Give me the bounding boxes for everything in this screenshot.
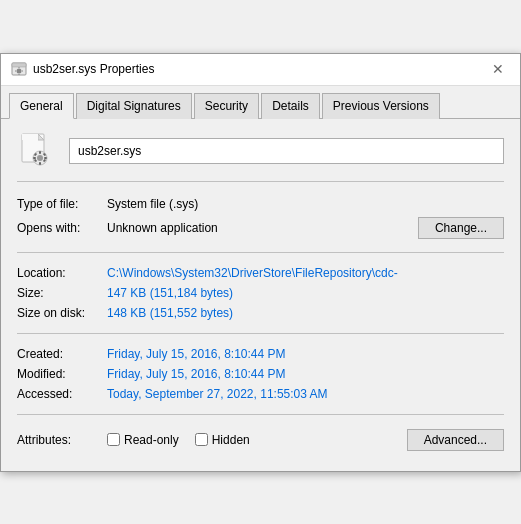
advanced-button[interactable]: Advanced... (407, 429, 504, 451)
tab-digital-signatures[interactable]: Digital Signatures (76, 93, 192, 119)
created-label: Created: (17, 347, 107, 361)
size-value: 147 KB (151,184 bytes) (107, 286, 504, 300)
tab-bar: General Digital Signatures Security Deta… (1, 86, 520, 119)
size-disk-label: Size on disk: (17, 306, 107, 320)
filename-input[interactable] (69, 138, 504, 164)
svg-rect-1 (12, 63, 26, 67)
tab-previous-versions[interactable]: Previous Versions (322, 93, 440, 119)
type-label: Type of file: (17, 197, 107, 211)
size-disk-value: 148 KB (151,552 bytes) (107, 306, 504, 320)
title-bar: usb2ser.sys Properties ✕ (1, 54, 520, 86)
dates-section: Created: Friday, July 15, 2016, 8:10:44 … (17, 344, 504, 415)
window-icon (11, 61, 27, 77)
size-label: Size: (17, 286, 107, 300)
opens-row: Opens with: Unknown application Change..… (17, 214, 504, 242)
close-button[interactable]: ✕ (486, 57, 510, 81)
readonly-checkbox-item[interactable]: Read-only (107, 433, 179, 447)
checkboxes-group: Read-only Hidden (107, 433, 407, 447)
type-info-section: Type of file: System file (.sys) Opens w… (17, 194, 504, 253)
svg-point-2 (17, 69, 22, 74)
hidden-checkbox[interactable] (195, 433, 208, 446)
size-disk-row: Size on disk: 148 KB (151,552 bytes) (17, 303, 504, 323)
location-label: Location: (17, 266, 107, 280)
filename-section (17, 131, 504, 182)
svg-rect-12 (39, 151, 41, 154)
modified-value: Friday, July 15, 2016, 8:10:44 PM (107, 367, 504, 381)
location-value: C:\Windows\System32\DriverStore\FileRepo… (107, 266, 504, 280)
change-button[interactable]: Change... (418, 217, 504, 239)
content-area: Type of file: System file (.sys) Opens w… (1, 119, 520, 471)
svg-rect-9 (22, 134, 38, 140)
sys-file-icon (18, 132, 56, 170)
attributes-section: Attributes: Read-only Hidden Advanced... (17, 425, 504, 455)
type-value: System file (.sys) (107, 197, 504, 211)
readonly-label: Read-only (124, 433, 179, 447)
accessed-label: Accessed: (17, 387, 107, 401)
created-row: Created: Friday, July 15, 2016, 8:10:44 … (17, 344, 504, 364)
title-bar-left: usb2ser.sys Properties (11, 61, 154, 77)
attributes-label: Attributes: (17, 433, 107, 447)
size-row: Size: 147 KB (151,184 bytes) (17, 283, 504, 303)
hidden-checkbox-item[interactable]: Hidden (195, 433, 250, 447)
properties-window: usb2ser.sys Properties ✕ General Digital… (0, 53, 521, 472)
opens-label: Opens with: (17, 221, 107, 235)
window-title: usb2ser.sys Properties (33, 62, 154, 76)
hidden-label: Hidden (212, 433, 250, 447)
location-size-section: Location: C:\Windows\System32\DriverStor… (17, 263, 504, 334)
created-value: Friday, July 15, 2016, 8:10:44 PM (107, 347, 504, 361)
tab-general[interactable]: General (9, 93, 74, 119)
tab-security[interactable]: Security (194, 93, 259, 119)
svg-rect-15 (44, 157, 47, 159)
opens-value: Unknown application (107, 221, 418, 235)
svg-rect-13 (39, 162, 41, 165)
svg-point-11 (37, 155, 43, 161)
location-row: Location: C:\Windows\System32\DriverStor… (17, 263, 504, 283)
readonly-checkbox[interactable] (107, 433, 120, 446)
type-row: Type of file: System file (.sys) (17, 194, 504, 214)
svg-rect-14 (33, 157, 36, 159)
tab-details[interactable]: Details (261, 93, 320, 119)
modified-row: Modified: Friday, July 15, 2016, 8:10:44… (17, 364, 504, 384)
modified-label: Modified: (17, 367, 107, 381)
file-icon (17, 131, 57, 171)
accessed-value: Today, September 27, 2022, 11:55:03 AM (107, 387, 504, 401)
accessed-row: Accessed: Today, September 27, 2022, 11:… (17, 384, 504, 404)
